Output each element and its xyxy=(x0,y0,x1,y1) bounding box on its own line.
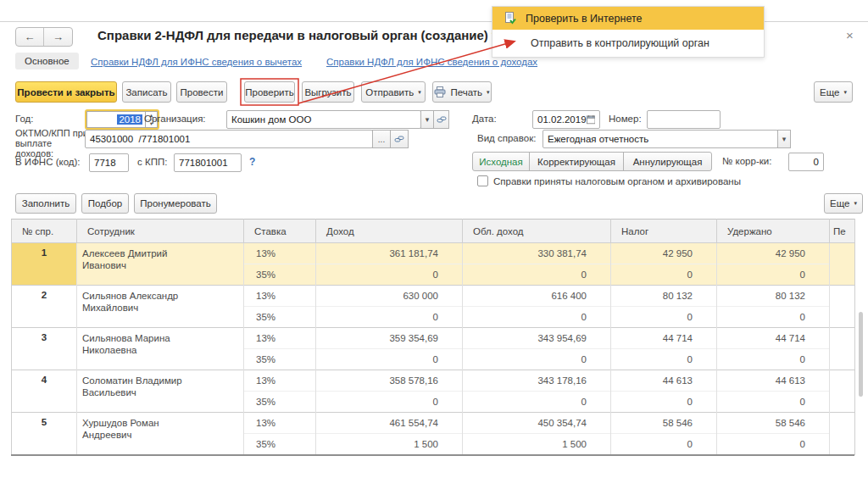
organization-dropdown-button[interactable]: ▾ xyxy=(420,110,434,129)
cell-withheld[interactable]: 0 xyxy=(717,392,830,413)
cell-income[interactable]: 0 xyxy=(316,392,463,413)
table-row[interactable]: 5 Хуршудов Роман Андреевич 13% 461 554,7… xyxy=(12,413,855,434)
cell-transferred[interactable] xyxy=(830,286,855,328)
cell-rate[interactable]: 13% xyxy=(244,413,316,434)
cell-taxable[interactable]: 0 xyxy=(463,264,611,286)
cell-withheld[interactable]: 0 xyxy=(717,307,830,328)
cell-rate[interactable]: 35% xyxy=(244,349,316,370)
tab-link-incomes[interactable]: Справки НДФЛ для ИФНС сведения о доходах xyxy=(326,57,537,67)
fill-button[interactable]: Заполнить xyxy=(15,193,76,214)
cell-withheld[interactable]: 44 613 xyxy=(717,370,830,392)
print-button[interactable]: Печать ▾ xyxy=(432,81,492,103)
cell-tax[interactable]: 0 xyxy=(611,264,717,286)
col-rate[interactable]: Ставка xyxy=(244,220,316,243)
tab-main[interactable]: Основное xyxy=(15,53,79,69)
cell-taxable[interactable]: 616 400 xyxy=(463,286,611,307)
cell-tax[interactable]: 0 xyxy=(611,392,717,413)
col-withheld[interactable]: Удержано xyxy=(717,220,830,243)
cell-taxable[interactable]: 0 xyxy=(463,392,611,413)
organization-field[interactable]: Кошкин дом ООО xyxy=(226,110,421,129)
back-button[interactable]: ← xyxy=(16,28,44,46)
cell-transferred[interactable] xyxy=(830,370,855,413)
col-transferred-clipped[interactable]: Пе xyxy=(830,220,855,243)
kpp-field[interactable]: 771801001 xyxy=(174,153,242,172)
cell-transferred[interactable] xyxy=(830,243,855,286)
cell-rate[interactable]: 13% xyxy=(244,243,316,264)
close-icon[interactable]: × xyxy=(846,28,854,42)
cell-withheld[interactable]: 44 714 xyxy=(717,328,830,349)
cell-income[interactable]: 361 181,74 xyxy=(316,243,463,264)
table-row[interactable]: 4 Соломатин Владимир Васильевич 13% 358 … xyxy=(12,370,855,392)
cell-tax[interactable]: 44 613 xyxy=(611,370,717,392)
cell-rate[interactable]: 13% xyxy=(244,370,316,392)
more-button-table[interactable]: Еще ▾ xyxy=(824,193,863,214)
table-row[interactable]: 2 Сильянов Александр Михайлович 13% 630 … xyxy=(12,286,855,307)
cell-tax[interactable]: 0 xyxy=(611,434,717,455)
organization-open-link-button[interactable] xyxy=(433,110,449,129)
help-icon[interactable]: ? xyxy=(249,156,255,168)
send-button[interactable]: Отправить ▾ xyxy=(361,81,426,103)
col-number[interactable]: № спр. xyxy=(12,220,77,243)
forward-button[interactable]: → xyxy=(44,28,72,46)
cell-employee[interactable]: Сильянов Александр Михайлович xyxy=(77,286,244,328)
cell-taxable[interactable]: 0 xyxy=(463,349,611,370)
cell-employee[interactable]: Сильянова Марина Николаевна xyxy=(77,328,244,370)
cell-taxable[interactable]: 1 500 xyxy=(463,434,611,455)
cell-income[interactable]: 359 354,69 xyxy=(316,328,463,349)
cell-number[interactable]: 1 xyxy=(12,243,77,286)
date-field[interactable]: 01.02.2019 xyxy=(532,110,600,129)
cell-withheld[interactable]: 80 132 xyxy=(717,286,830,307)
post-and-close-button[interactable]: Провести и закрыть xyxy=(15,81,117,103)
save-button[interactable]: Записать xyxy=(122,81,171,103)
cell-tax[interactable]: 44 714 xyxy=(611,328,717,349)
cell-taxable[interactable]: 343 178,16 xyxy=(463,370,611,392)
col-tax[interactable]: Налог xyxy=(611,220,717,243)
cell-employee[interactable]: Соломатин Владимир Васильевич xyxy=(77,370,244,413)
cell-tax[interactable]: 0 xyxy=(611,349,717,370)
col-employee[interactable]: Сотрудник xyxy=(77,220,244,243)
table-row[interactable]: 1 Алексеев Дмитрий Иванович 13% 361 181,… xyxy=(12,243,855,264)
post-button[interactable]: Провести xyxy=(176,81,227,103)
cell-tax[interactable]: 80 132 xyxy=(611,286,717,307)
tab-link-deductions[interactable]: Справки НДФЛ для ИФНС сведения о вычетах xyxy=(91,57,302,67)
renumber-button[interactable]: Пронумеровать xyxy=(134,193,217,214)
cell-income[interactable]: 0 xyxy=(316,349,463,370)
cell-income[interactable]: 358 578,16 xyxy=(316,370,463,392)
type-toggle-correcting[interactable]: Корректирующая xyxy=(529,152,624,171)
cell-tax[interactable]: 42 950 xyxy=(611,243,717,264)
correction-number-field[interactable]: 0 xyxy=(788,153,824,171)
cell-withheld[interactable]: 58 546 xyxy=(717,413,830,434)
cell-withheld[interactable]: 0 xyxy=(717,349,830,370)
col-income[interactable]: Доход xyxy=(316,220,463,243)
oktmo-open-link-button[interactable] xyxy=(390,130,409,148)
col-taxable-income[interactable]: Обл. доход xyxy=(463,220,611,243)
cell-number[interactable]: 4 xyxy=(12,370,77,413)
cell-transferred[interactable] xyxy=(830,328,855,370)
cell-income[interactable]: 0 xyxy=(316,264,463,286)
cell-income[interactable]: 0 xyxy=(316,307,463,328)
cell-withheld[interactable]: 42 950 xyxy=(717,243,830,264)
menu-item-send-to-authority[interactable]: Отправить в контролирующий орган xyxy=(492,30,764,57)
more-button-top[interactable]: Еще ▾ xyxy=(814,81,853,103)
cell-taxable[interactable]: 0 xyxy=(463,307,611,328)
cell-income[interactable]: 461 554,74 xyxy=(316,413,463,434)
certificate-kind-field[interactable]: Ежегодная отчетность xyxy=(542,130,778,148)
check-button[interactable]: Проверить xyxy=(244,81,295,103)
number-field[interactable] xyxy=(647,110,721,129)
cell-withheld[interactable]: 0 xyxy=(717,434,830,455)
cell-rate[interactable]: 13% xyxy=(244,328,316,349)
cell-tax[interactable]: 0 xyxy=(611,307,717,328)
type-toggle-annulling[interactable]: Аннулирующая xyxy=(623,152,712,171)
oktmo-field[interactable]: 45301000 /771801001 xyxy=(85,130,373,148)
export-button[interactable]: Выгрузить xyxy=(302,81,354,103)
cell-rate[interactable]: 13% xyxy=(244,286,316,307)
cell-tax[interactable]: 58 546 xyxy=(611,413,717,434)
cell-transferred[interactable] xyxy=(830,413,855,455)
ifns-field[interactable]: 7718 xyxy=(89,153,129,172)
certificate-kind-dropdown-button[interactable]: ▾ xyxy=(777,130,791,148)
cell-number[interactable]: 5 xyxy=(12,413,77,455)
cell-rate[interactable]: 35% xyxy=(244,307,316,328)
type-toggle-original[interactable]: Исходная xyxy=(472,152,530,171)
cell-withheld[interactable]: 0 xyxy=(717,264,830,286)
cell-employee[interactable]: Хуршудов Роман Андреевич xyxy=(77,413,244,455)
